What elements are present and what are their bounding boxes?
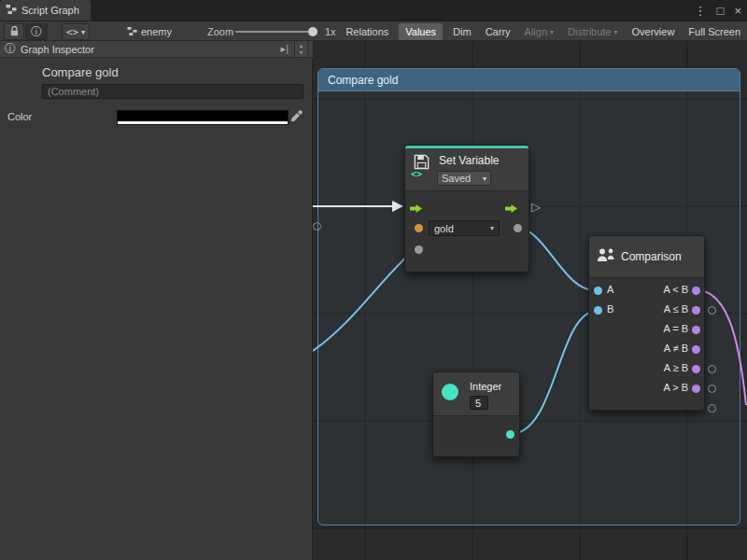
variable-name-dropdown[interactable]: gold ▾ <box>429 220 500 236</box>
zoom-value: 1x <box>325 26 336 37</box>
comment-input[interactable] <box>42 84 303 99</box>
output-port-gte[interactable] <box>692 365 700 373</box>
node-set-variable[interactable]: <> Set Variable Saved ▾ gold ▾ <box>404 145 529 273</box>
maximize-icon[interactable]: □ <box>717 4 725 18</box>
graph-name-label: enemy <box>141 26 172 37</box>
integer-value-input[interactable]: 5 <box>470 396 488 410</box>
output-label-eq: A = B <box>663 323 688 334</box>
close-icon[interactable]: × <box>734 4 741 18</box>
node-comparison[interactable]: Comparison A A < B B A ≤ B A = B A ≠ B <box>588 235 705 411</box>
output-port-neq[interactable] <box>692 345 700 354</box>
chevron-down-icon: ▾ <box>81 28 85 36</box>
info-icon: ⓘ <box>5 41 16 57</box>
flow-output-arrow-icon[interactable] <box>505 203 517 216</box>
info-icon: ⓘ <box>31 24 42 40</box>
unconnected-port[interactable] <box>708 306 716 315</box>
chevron-down-icon: ▾ <box>614 28 618 36</box>
spinner-up-icon[interactable]: ▲ <box>299 43 303 49</box>
window-controls: ⋮ □ × <box>695 0 741 21</box>
input-port-b[interactable] <box>594 306 602 315</box>
relations-button[interactable]: Relations <box>342 23 392 40</box>
panel-spinner[interactable]: ▲ ▼ <box>294 40 308 58</box>
comparison-row: B A ≤ B <box>589 301 704 320</box>
graph-icon <box>127 26 137 38</box>
zoom-slider-knob[interactable] <box>308 27 317 36</box>
output-label-gt: A > B <box>663 382 688 393</box>
flow-input-arrow-icon[interactable] <box>410 203 422 216</box>
unconnected-port[interactable] <box>708 404 716 413</box>
zoom-slider-track[interactable] <box>235 31 317 33</box>
graph-inspector-header[interactable]: ⓘ Graph Inspector ▸| ▲ ▼ <box>0 41 313 58</box>
comparison-icon <box>597 247 615 265</box>
comparison-row: A ≠ B <box>589 340 704 359</box>
carry-button[interactable]: Carry <box>482 23 514 40</box>
integer-value: 5 <box>475 398 481 409</box>
output-port-lt[interactable] <box>692 287 700 295</box>
set-variable-title: Set Variable <box>439 154 499 167</box>
values-button[interactable]: Values <box>399 23 443 40</box>
input-label-b: B <box>607 303 613 315</box>
zoom-label: Zoom <box>207 26 233 37</box>
lock-icon <box>9 25 20 38</box>
integer-output-port[interactable] <box>506 430 514 439</box>
spinner-down-icon[interactable]: ▼ <box>299 49 303 56</box>
code-badge-icon: <> <box>411 169 422 179</box>
comparison-row: A A < B <box>589 281 704 301</box>
output-port-lte[interactable] <box>692 306 700 315</box>
flow-continuation-port[interactable]: ▷ <box>531 200 541 214</box>
dim-button[interactable]: Dim <box>449 23 475 40</box>
variable-output-port[interactable] <box>514 224 522 232</box>
comparison-row: A = B <box>589 320 704 340</box>
node-integer[interactable]: Integer 5 <box>432 371 520 457</box>
set-variable-accent-bar <box>405 146 529 148</box>
zoom-slider[interactable] <box>235 21 317 42</box>
group-header[interactable]: Compare gold <box>318 69 740 91</box>
overview-button[interactable]: Overview <box>628 23 679 40</box>
chevron-down-icon: ▾ <box>490 224 494 232</box>
graph-canvas[interactable]: Compare gold <> Set Variable Saved ▾ <box>313 41 747 560</box>
inspector-toggle-button[interactable]: ⓘ <box>25 23 48 40</box>
align-button[interactable]: Align ▾ <box>521 23 557 40</box>
unconnected-port[interactable] <box>708 365 716 373</box>
variable-name-port[interactable] <box>415 224 423 232</box>
output-label-neq: A ≠ B <box>664 343 688 354</box>
chevron-down-icon: ▾ <box>550 28 554 36</box>
eyedropper-icon[interactable] <box>290 109 303 122</box>
dock-icon[interactable]: ▸| <box>281 43 289 55</box>
graph-toolbar: ⓘ <> ▾ enemy Zoom 1x Relations Values Di… <box>0 21 747 41</box>
distribute-button[interactable]: Distribute ▾ <box>564 23 621 40</box>
value-input-port[interactable] <box>415 245 423 254</box>
graph-inspector-title: Graph Inspector <box>21 44 94 55</box>
color-swatch[interactable] <box>117 110 289 125</box>
toolbar-actions: Relations Values Dim Carry Align ▾ Distr… <box>342 21 744 42</box>
unconnected-port[interactable] <box>708 385 716 393</box>
input-label-a: A <box>607 284 613 295</box>
lock-button[interactable] <box>4 23 24 40</box>
comparison-row: A ≥ B <box>589 359 704 379</box>
graph-inspector-panel: ⓘ Graph Inspector ▸| ▲ ▼ Compare gold Co… <box>0 41 313 560</box>
output-port-eq[interactable] <box>692 326 700 334</box>
variable-kind-dropdown[interactable]: Saved ▾ <box>437 171 491 186</box>
comparison-row: A > B <box>589 379 704 399</box>
distribute-label: Distribute <box>568 26 611 37</box>
graph-breadcrumb[interactable]: enemy <box>127 21 172 42</box>
fullscreen-button[interactable]: Full Screen <box>684 23 744 40</box>
tab-script-graph[interactable]: Script Graph <box>0 0 91 21</box>
align-label: Align <box>525 26 547 37</box>
chevron-down-icon: ▾ <box>483 175 486 183</box>
input-port-a[interactable] <box>594 287 602 295</box>
code-view-button[interactable]: <> ▾ <box>62 23 90 40</box>
tab-label: Script Graph <box>21 5 79 16</box>
output-port-gt[interactable] <box>692 385 700 393</box>
integer-title: Integer <box>470 381 501 392</box>
output-label-lte: A ≤ B <box>664 303 688 315</box>
code-icon: <> <box>66 26 78 38</box>
script-graph-icon <box>6 4 17 17</box>
color-field-label: Color <box>7 111 32 122</box>
color-alpha-bar <box>118 121 288 124</box>
window-menu-icon[interactable]: ⋮ <box>695 4 707 18</box>
output-label-gte: A ≥ B <box>664 362 688 373</box>
variable-kind-value: Saved <box>442 173 471 184</box>
unconnected-port[interactable] <box>313 222 321 231</box>
output-label-lt: A < B <box>663 284 688 295</box>
